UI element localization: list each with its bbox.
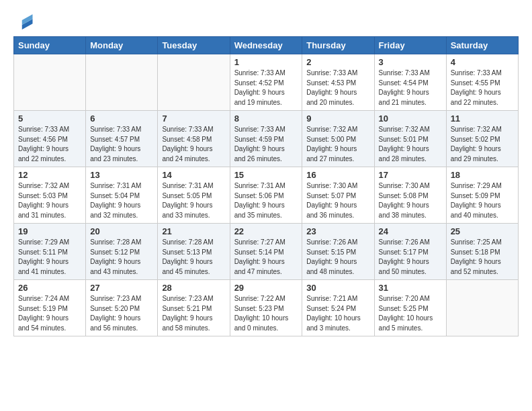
day-info: Sunrise: 7:33 AM Sunset: 4:52 PM Dayligh…: [234, 68, 298, 107]
day-info: Sunrise: 7:22 AM Sunset: 5:23 PM Dayligh…: [234, 294, 298, 333]
day-number: 28: [162, 283, 225, 293]
calendar-cell: 31Sunrise: 7:20 AM Sunset: 5:25 PM Dayli…: [374, 280, 446, 336]
calendar-cell: 4Sunrise: 7:33 AM Sunset: 4:55 PM Daylig…: [446, 54, 518, 111]
day-info: Sunrise: 7:29 AM Sunset: 5:11 PM Dayligh…: [18, 238, 81, 277]
day-number: 16: [306, 170, 369, 180]
calendar-cell: 1Sunrise: 7:33 AM Sunset: 4:52 PM Daylig…: [230, 54, 302, 111]
weekday-header-sunday: Sunday: [14, 37, 86, 54]
day-info: Sunrise: 7:31 AM Sunset: 5:06 PM Dayligh…: [234, 181, 298, 220]
day-info: Sunrise: 7:25 AM Sunset: 5:18 PM Dayligh…: [451, 238, 514, 277]
day-info: Sunrise: 7:23 AM Sunset: 5:20 PM Dayligh…: [90, 294, 153, 333]
weekday-header-friday: Friday: [374, 37, 446, 54]
page-header: [13, 11, 519, 30]
day-number: 15: [234, 170, 298, 180]
day-info: Sunrise: 7:32 AM Sunset: 5:03 PM Dayligh…: [18, 181, 81, 220]
day-info: Sunrise: 7:26 AM Sunset: 5:15 PM Dayligh…: [306, 238, 369, 277]
calendar-cell: 14Sunrise: 7:31 AM Sunset: 5:05 PM Dayli…: [158, 167, 230, 224]
calendar-cell: 5Sunrise: 7:33 AM Sunset: 4:56 PM Daylig…: [14, 111, 86, 167]
calendar-cell: 30Sunrise: 7:21 AM Sunset: 5:24 PM Dayli…: [302, 280, 374, 336]
calendar-cell: 26Sunrise: 7:24 AM Sunset: 5:19 PM Dayli…: [14, 280, 86, 336]
day-info: Sunrise: 7:31 AM Sunset: 5:05 PM Dayligh…: [162, 181, 225, 220]
calendar-week-1: 1Sunrise: 7:33 AM Sunset: 4:52 PM Daylig…: [14, 54, 519, 111]
day-number: 25: [451, 226, 514, 236]
day-info: Sunrise: 7:24 AM Sunset: 5:19 PM Dayligh…: [18, 294, 81, 333]
calendar-cell: 3Sunrise: 7:33 AM Sunset: 4:54 PM Daylig…: [374, 54, 446, 111]
day-number: 22: [234, 226, 298, 236]
day-number: 5: [18, 113, 81, 124]
day-info: Sunrise: 7:33 AM Sunset: 4:53 PM Dayligh…: [306, 68, 369, 107]
calendar-cell: [14, 54, 86, 111]
day-info: Sunrise: 7:31 AM Sunset: 5:04 PM Dayligh…: [90, 181, 153, 220]
day-number: 18: [451, 170, 514, 180]
weekday-header-thursday: Thursday: [302, 37, 374, 54]
day-info: Sunrise: 7:32 AM Sunset: 5:00 PM Dayligh…: [306, 125, 369, 164]
day-number: 6: [90, 113, 153, 124]
calendar-cell: 12Sunrise: 7:32 AM Sunset: 5:03 PM Dayli…: [14, 167, 86, 224]
calendar-cell: [158, 54, 230, 111]
calendar-cell: 25Sunrise: 7:25 AM Sunset: 5:18 PM Dayli…: [446, 224, 518, 280]
day-number: 20: [90, 226, 153, 236]
calendar-cell: 6Sunrise: 7:33 AM Sunset: 4:57 PM Daylig…: [86, 111, 158, 167]
day-info: Sunrise: 7:28 AM Sunset: 5:13 PM Dayligh…: [162, 238, 225, 277]
day-info: Sunrise: 7:27 AM Sunset: 5:14 PM Dayligh…: [234, 238, 298, 277]
day-number: 7: [162, 113, 225, 124]
day-info: Sunrise: 7:33 AM Sunset: 4:55 PM Dayligh…: [451, 68, 514, 107]
calendar-cell: 9Sunrise: 7:32 AM Sunset: 5:00 PM Daylig…: [302, 111, 374, 167]
logo-icon: [16, 11, 35, 30]
calendar-cell: 23Sunrise: 7:26 AM Sunset: 5:15 PM Dayli…: [302, 224, 374, 280]
calendar-cell: 27Sunrise: 7:23 AM Sunset: 5:20 PM Dayli…: [86, 280, 158, 336]
day-number: 23: [306, 226, 369, 236]
calendar-week-3: 12Sunrise: 7:32 AM Sunset: 5:03 PM Dayli…: [14, 167, 519, 224]
weekday-header-wednesday: Wednesday: [230, 37, 302, 54]
day-info: Sunrise: 7:21 AM Sunset: 5:24 PM Dayligh…: [306, 294, 369, 333]
calendar-table: SundayMondayTuesdayWednesdayThursdayFrid…: [13, 36, 519, 336]
weekday-header-monday: Monday: [86, 37, 158, 54]
calendar-cell: 17Sunrise: 7:30 AM Sunset: 5:08 PM Dayli…: [374, 167, 446, 224]
day-info: Sunrise: 7:33 AM Sunset: 4:56 PM Dayligh…: [18, 125, 81, 164]
day-number: 19: [18, 226, 81, 236]
calendar-cell: 13Sunrise: 7:31 AM Sunset: 5:04 PM Dayli…: [86, 167, 158, 224]
day-info: Sunrise: 7:30 AM Sunset: 5:07 PM Dayligh…: [306, 181, 369, 220]
calendar-cell: 29Sunrise: 7:22 AM Sunset: 5:23 PM Dayli…: [230, 280, 302, 336]
calendar-cell: 10Sunrise: 7:32 AM Sunset: 5:01 PM Dayli…: [374, 111, 446, 167]
day-number: 2: [306, 57, 369, 67]
calendar-cell: 7Sunrise: 7:33 AM Sunset: 4:58 PM Daylig…: [158, 111, 230, 167]
day-number: 30: [306, 283, 369, 293]
day-info: Sunrise: 7:26 AM Sunset: 5:17 PM Dayligh…: [379, 238, 442, 277]
day-number: 12: [18, 170, 81, 180]
day-number: 8: [234, 113, 298, 124]
day-number: 31: [379, 283, 442, 293]
calendar-cell: 28Sunrise: 7:23 AM Sunset: 5:21 PM Dayli…: [158, 280, 230, 336]
day-number: 3: [379, 57, 442, 67]
day-info: Sunrise: 7:33 AM Sunset: 4:54 PM Dayligh…: [379, 68, 442, 107]
calendar-cell: 24Sunrise: 7:26 AM Sunset: 5:17 PM Dayli…: [374, 224, 446, 280]
day-number: 4: [451, 57, 514, 67]
day-number: 26: [18, 283, 81, 293]
day-info: Sunrise: 7:23 AM Sunset: 5:21 PM Dayligh…: [162, 294, 225, 333]
day-number: 11: [451, 113, 514, 124]
day-number: 27: [90, 283, 153, 293]
calendar-cell: 18Sunrise: 7:29 AM Sunset: 5:09 PM Dayli…: [446, 167, 518, 224]
calendar-week-4: 19Sunrise: 7:29 AM Sunset: 5:11 PM Dayli…: [14, 224, 519, 280]
day-number: 13: [90, 170, 153, 180]
day-number: 24: [379, 226, 442, 236]
weekday-header-row: SundayMondayTuesdayWednesdayThursdayFrid…: [14, 37, 519, 54]
day-number: 14: [162, 170, 225, 180]
calendar-cell: 19Sunrise: 7:29 AM Sunset: 5:11 PM Dayli…: [14, 224, 86, 280]
day-info: Sunrise: 7:30 AM Sunset: 5:08 PM Dayligh…: [379, 181, 442, 220]
calendar-cell: 20Sunrise: 7:28 AM Sunset: 5:12 PM Dayli…: [86, 224, 158, 280]
day-number: 10: [379, 113, 442, 124]
day-info: Sunrise: 7:29 AM Sunset: 5:09 PM Dayligh…: [451, 181, 514, 220]
calendar-cell: [86, 54, 158, 111]
calendar-week-5: 26Sunrise: 7:24 AM Sunset: 5:19 PM Dayli…: [14, 280, 519, 336]
calendar-cell: 11Sunrise: 7:32 AM Sunset: 5:02 PM Dayli…: [446, 111, 518, 167]
calendar-week-2: 5Sunrise: 7:33 AM Sunset: 4:56 PM Daylig…: [14, 111, 519, 167]
day-number: 29: [234, 283, 298, 293]
weekday-header-tuesday: Tuesday: [158, 37, 230, 54]
calendar-cell: 22Sunrise: 7:27 AM Sunset: 5:14 PM Dayli…: [230, 224, 302, 280]
day-number: 21: [162, 226, 225, 236]
calendar-cell: 16Sunrise: 7:30 AM Sunset: 5:07 PM Dayli…: [302, 167, 374, 224]
day-info: Sunrise: 7:33 AM Sunset: 4:59 PM Dayligh…: [234, 125, 298, 164]
weekday-header-saturday: Saturday: [446, 37, 518, 54]
day-number: 1: [234, 57, 298, 67]
